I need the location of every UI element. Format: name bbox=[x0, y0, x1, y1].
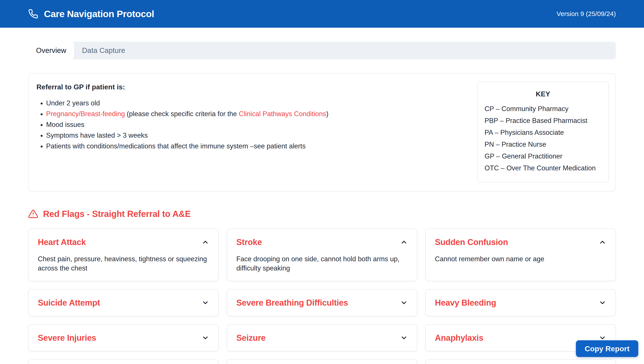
condition-card-toggle[interactable]: Stroke bbox=[236, 237, 408, 248]
referral-info-panel: Referral to GP if patient is: Under 2 ye… bbox=[28, 73, 616, 192]
condition-card-toggle[interactable]: Heart Attack bbox=[38, 237, 209, 248]
condition-card: Meningitis bbox=[28, 360, 219, 364]
tab-overview[interactable]: Overview bbox=[28, 42, 74, 59]
chevron-down-icon bbox=[599, 299, 606, 306]
referral-bullet: Mood issues bbox=[46, 119, 328, 130]
app-header: Care Navigation Protocol Version 9 (25/0… bbox=[0, 0, 644, 28]
condition-card-title: Severe Injuries bbox=[38, 332, 96, 343]
chevron-down-icon bbox=[202, 334, 209, 342]
phone-icon bbox=[28, 9, 38, 19]
app-brand: Care Navigation Protocol bbox=[28, 8, 154, 19]
condition-card-title: Heavy Bleeding bbox=[435, 298, 496, 308]
red-flags-heading: Red Flags - Straight Referral to A&E bbox=[28, 209, 616, 219]
chevron-down-icon bbox=[400, 299, 408, 306]
key-legend-panel: KEY CP – Community PharmacyPBP – Practic… bbox=[477, 82, 609, 182]
key-item: GP – General Practitioner bbox=[484, 150, 601, 162]
condition-card-title: Severe Breathing Difficulties bbox=[236, 298, 348, 308]
main-content: OverviewData Capture Referral to GP if p… bbox=[28, 42, 616, 364]
condition-card-title: Stroke bbox=[236, 237, 262, 248]
key-item: PA – Physicians Associate bbox=[484, 127, 601, 138]
key-title: KEY bbox=[484, 90, 601, 98]
condition-card-toggle[interactable]: Suicide Attempt bbox=[38, 298, 209, 308]
condition-card: Severe Injuries bbox=[28, 324, 219, 352]
key-item: PN – Practice Nurse bbox=[484, 138, 601, 150]
condition-card-description: Cannot remember own name or age bbox=[435, 254, 606, 264]
condition-card-description: Face drooping on one side, cannot hold b… bbox=[236, 254, 408, 273]
tab-label: Data Capture bbox=[82, 46, 125, 55]
key-item: CP – Community Pharmacy bbox=[484, 103, 601, 115]
condition-card: Severe Breathing Difficulties bbox=[227, 289, 417, 316]
version-label: Version 9 (25/09/24) bbox=[556, 10, 616, 18]
condition-card-toggle[interactable]: Heavy Bleeding bbox=[435, 298, 606, 308]
key-item: PBP – Practice Based Pharmacist bbox=[484, 115, 601, 127]
key-item: OTC – Over The Counter Medication bbox=[484, 162, 601, 174]
condition-card-title: Sudden Confusion bbox=[435, 237, 508, 248]
red-flags-heading-text: Red Flags - Straight Referral to A&E bbox=[43, 209, 191, 219]
cards-grid: Heart Attack Chest pain, pressure, heavi… bbox=[28, 228, 616, 364]
condition-card: SEPSIS in Baby or Young Child bbox=[227, 360, 417, 364]
chevron-down-icon bbox=[202, 299, 209, 306]
condition-card-title: Seizure bbox=[236, 332, 266, 343]
condition-card: SEPSIS in Adult or Older Child bbox=[425, 360, 616, 364]
condition-card: Sudden Confusion Cannot remember own nam… bbox=[425, 228, 616, 281]
tab-bar: OverviewData Capture bbox=[28, 42, 616, 59]
referral-bullet: Patients with conditions/medications tha… bbox=[46, 141, 328, 152]
tab-data-capture[interactable]: Data Capture bbox=[74, 42, 133, 59]
condition-card: Seizure bbox=[227, 324, 417, 352]
referral-bullet: Symptoms have lasted > 3 weeks bbox=[46, 130, 328, 141]
chevron-up-icon bbox=[202, 238, 209, 246]
warning-triangle-icon bbox=[28, 209, 38, 219]
page-title: Care Navigation Protocol bbox=[44, 8, 154, 19]
referral-bullet: Pregnancy/Breast-feeding (please check s… bbox=[46, 108, 328, 119]
condition-card-toggle[interactable]: Seizure bbox=[236, 332, 408, 343]
chevron-up-icon bbox=[599, 238, 606, 246]
condition-card: Stroke Face drooping on one side, cannot… bbox=[227, 228, 417, 281]
copy-report-button[interactable]: Copy Report bbox=[576, 340, 638, 357]
condition-card-title: Suicide Attempt bbox=[38, 298, 100, 308]
highlighted-text: Pregnancy/Breast-feeding bbox=[46, 110, 125, 118]
chevron-up-icon bbox=[400, 238, 408, 246]
condition-card-toggle[interactable]: Severe Injuries bbox=[38, 332, 209, 343]
condition-card: Heavy Bleeding bbox=[425, 289, 616, 316]
referral-heading: Referral to GP if patient is: bbox=[37, 83, 328, 91]
condition-card: Heart Attack Chest pain, pressure, heavi… bbox=[28, 228, 219, 281]
tab-label: Overview bbox=[36, 46, 66, 55]
highlighted-text: Clinical Pathways Conditions bbox=[239, 110, 326, 118]
condition-card-title: Heart Attack bbox=[38, 237, 86, 248]
referral-bullet-list: Under 2 years oldPregnancy/Breast-feedin… bbox=[37, 98, 328, 152]
condition-card-toggle[interactable]: Sudden Confusion bbox=[435, 237, 606, 248]
condition-card-description: Chest pain, pressure, heaviness, tightne… bbox=[38, 254, 209, 273]
referral-criteria: Referral to GP if patient is: Under 2 ye… bbox=[37, 82, 328, 152]
chevron-down-icon bbox=[400, 334, 408, 342]
referral-bullet: Under 2 years old bbox=[46, 98, 328, 108]
key-list: CP – Community PharmacyPBP – Practice Ba… bbox=[484, 103, 601, 174]
condition-card: Suicide Attempt bbox=[28, 289, 219, 316]
condition-card-title: Anaphylaxis bbox=[435, 332, 483, 343]
condition-card-toggle[interactable]: Severe Breathing Difficulties bbox=[236, 298, 408, 308]
